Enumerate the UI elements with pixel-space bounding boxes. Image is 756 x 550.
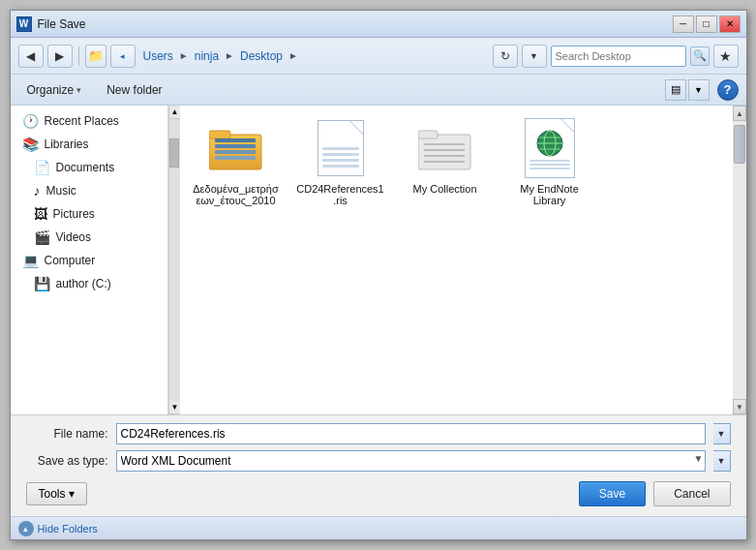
folder-svg-greek — [209, 125, 263, 171]
doc-icon-cd24 — [310, 117, 372, 179]
savetype-dropdown-button[interactable]: ▼ — [713, 450, 731, 472]
path-arrow-2: ► — [225, 50, 234, 61]
search-button[interactable]: 🔍 — [690, 46, 710, 66]
dropdown-button[interactable]: ▼ — [522, 45, 547, 68]
cancel-button[interactable]: Cancel — [653, 481, 730, 506]
filename-row: File name: ▼ — [26, 423, 731, 444]
folder-icon-mycollection — [414, 117, 476, 179]
pictures-icon: 🖼 — [34, 206, 47, 222]
sidebar-container: 🕐 Recent Places 📚 Libraries 📄 Documents … — [11, 106, 180, 414]
save-button[interactable]: Save — [579, 481, 646, 506]
navigation-bar: ◀ ▶ 📁 ◂ Users ► ninja ► Desktop ► ↻ ▼ 🔍 … — [11, 38, 746, 75]
nav-right: ↻ ▼ 🔍 ★ — [493, 45, 739, 68]
list-item[interactable]: CD24References1.ris — [292, 113, 389, 210]
sidebar: 🕐 Recent Places 📚 Libraries 📄 Documents … — [11, 106, 169, 414]
list-item[interactable]: Δεδομένα_μετρήσεων_έτους_2010 — [188, 113, 285, 210]
search-box — [551, 46, 686, 67]
status-bar: ▴ Hide Folders — [11, 516, 746, 539]
hide-folders-icon: ▴ — [18, 521, 34, 536]
doc-icon-endnote — [519, 117, 581, 179]
filename-dropdown-button[interactable]: ▼ — [713, 423, 731, 444]
videos-icon: 🎬 — [34, 229, 50, 245]
minimize-button[interactable]: ─ — [673, 15, 694, 33]
svg-rect-6 — [215, 156, 256, 160]
folder-icon-greek — [205, 117, 267, 179]
forward-button[interactable]: ▶ — [47, 45, 73, 68]
drive-icon: 💾 — [34, 276, 50, 291]
svg-rect-8 — [418, 131, 438, 138]
documents-icon: 📄 — [34, 160, 50, 175]
sidebar-item-drive-c[interactable]: 💾 author (C:) — [11, 272, 168, 295]
back-button[interactable]: ◀ — [18, 45, 44, 68]
filename-input[interactable] — [116, 423, 706, 444]
path-arrow-3: ► — [288, 50, 298, 61]
search-input[interactable] — [556, 50, 689, 62]
path-arrow-1: ► — [179, 50, 189, 61]
sidebar-item-pictures[interactable]: 🖼 Pictures — [11, 202, 168, 226]
organize-button[interactable]: Organize ▾ — [18, 79, 91, 101]
path-users[interactable]: Users — [139, 47, 177, 65]
libraries-icon: 📚 — [22, 137, 39, 152]
form-area: File name: ▼ Save as type: Word XML Docu… — [11, 414, 746, 516]
path-desktop[interactable]: Desktop — [236, 47, 287, 65]
close-button[interactable]: ✕ — [719, 15, 741, 33]
toolbar: Organize ▾ New folder ▤ ▼ ? — [11, 75, 746, 106]
title-bar: W File Save ─ □ ✕ — [11, 11, 746, 38]
svg-rect-2 — [209, 131, 230, 138]
help-button[interactable]: ? — [717, 79, 739, 101]
sidebar-item-recent-places[interactable]: 🕐 Recent Places — [11, 109, 168, 133]
list-item[interactable]: My EndNote Library — [501, 113, 598, 210]
dialog-title: File Save — [38, 17, 86, 31]
path-ninja[interactable]: ninja — [191, 47, 223, 65]
extra-button[interactable]: ★ — [713, 45, 739, 68]
nav-arrow-1[interactable]: ◂ — [110, 45, 136, 68]
file-grid: Δεδομένα_μετρήσεων_έτους_2010 — [180, 106, 733, 414]
tools-button[interactable]: Tools ▾ — [26, 482, 87, 505]
word-icon: W — [16, 16, 32, 32]
nav-separator — [78, 46, 79, 66]
file-name-greek: Δεδομένα_μετρήσεων_έτους_2010 — [192, 183, 281, 206]
scroll-thumb[interactable] — [734, 125, 745, 164]
computer-icon: 💻 — [22, 253, 39, 268]
vertical-scrollbar: ▲ ▼ — [733, 106, 746, 414]
file-save-dialog: W File Save ─ □ ✕ ◀ ▶ 📁 ◂ Users ► ninja … — [10, 10, 747, 540]
scroll-up-arrow[interactable]: ▲ — [733, 106, 746, 121]
filename-label: File name: — [26, 427, 108, 441]
button-row: Tools ▾ Save Cancel — [26, 477, 731, 508]
file-name-endnote: My EndNote Library — [505, 183, 594, 206]
savetype-select-wrap: Word XML Document ▼ — [116, 450, 706, 472]
view-toggle-button[interactable]: ▤ — [665, 79, 686, 101]
sidebar-scroll-up[interactable]: ▲ — [169, 106, 179, 119]
organize-arrow: ▾ — [76, 85, 81, 95]
folder-button[interactable]: 📁 — [85, 45, 106, 68]
title-bar-left: W File Save — [16, 16, 86, 32]
savetype-select[interactable]: Word XML Document — [116, 450, 706, 472]
sidebar-item-documents[interactable]: 📄 Documents — [11, 156, 168, 179]
sidebar-scroll-track — [169, 119, 179, 401]
tools-arrow: ▾ — [69, 487, 75, 501]
sidebar-item-music[interactable]: ♪ Music — [11, 179, 168, 202]
sidebar-item-videos[interactable]: 🎬 Videos — [11, 226, 168, 249]
file-name-mycollection: My Collection — [412, 183, 476, 195]
window-controls: ─ □ ✕ — [673, 15, 741, 33]
savetype-label: Save as type: — [26, 454, 108, 468]
list-item[interactable]: My Collection — [397, 113, 494, 210]
svg-rect-4 — [215, 144, 256, 148]
sidebar-item-libraries[interactable]: 📚 Libraries — [11, 133, 168, 156]
sidebar-scroll-thumb[interactable] — [169, 138, 179, 168]
maximize-button[interactable]: □ — [696, 15, 717, 33]
recent-places-icon: 🕐 — [22, 113, 39, 129]
refresh-button[interactable]: ↻ — [493, 45, 518, 68]
scroll-down-arrow[interactable]: ▼ — [733, 399, 746, 414]
folder-svg-mycollection — [418, 125, 472, 171]
sidebar-scroll-down[interactable]: ▼ — [169, 401, 179, 414]
view-arrow-button[interactable]: ▼ — [688, 79, 710, 101]
hide-folders-label[interactable]: Hide Folders — [38, 523, 98, 535]
nav-path: Users ► ninja ► Desktop ► — [139, 47, 489, 65]
sidebar-item-computer[interactable]: 💻 Computer — [11, 249, 168, 272]
svg-rect-7 — [418, 135, 470, 169]
new-folder-button[interactable]: New folder — [98, 79, 170, 101]
svg-rect-3 — [215, 138, 256, 142]
svg-rect-5 — [215, 150, 256, 154]
savetype-row: Save as type: Word XML Document ▼ ▼ — [26, 450, 731, 472]
